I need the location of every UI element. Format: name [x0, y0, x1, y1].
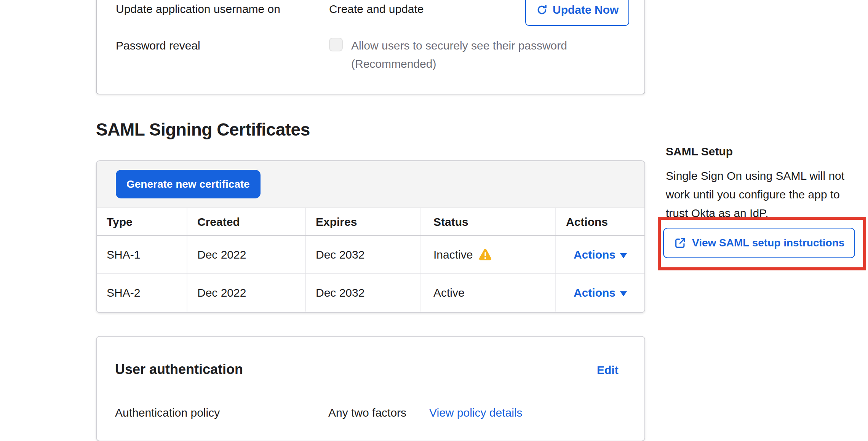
username-update-label: Update application username on — [116, 1, 280, 18]
update-now-button[interactable]: Update Now — [525, 0, 629, 26]
cert-expires-cell: Dec 2032 — [305, 274, 421, 312]
refresh-icon — [536, 4, 548, 16]
saml-setup-heading: SAML Setup — [666, 143, 733, 160]
cert-actions-cell: Actions — [556, 236, 644, 274]
column-header-expires: Expires — [305, 208, 421, 236]
authentication-policy-label: Authentication policy — [115, 404, 220, 421]
view-saml-setup-instructions-button[interactable]: View SAML setup instructions — [663, 228, 855, 258]
actions-label: Actions — [574, 248, 615, 261]
actions-label: Actions — [574, 286, 615, 299]
cert-expires-cell: Dec 2032 — [305, 236, 421, 274]
caret-down-icon — [620, 291, 627, 296]
provisioning-settings-card: Update application username on Create an… — [96, 0, 645, 94]
saml-setup-description: Single Sign On using SAML will not work … — [666, 166, 865, 222]
column-header-created: Created — [187, 208, 305, 236]
password-reveal-label: Password reveal — [116, 37, 200, 54]
column-header-status: Status — [421, 208, 556, 236]
update-now-label: Update Now — [553, 3, 619, 16]
generate-certificate-button[interactable]: Generate new certificate — [116, 170, 261, 198]
cert-created-cell: Dec 2022 — [187, 274, 305, 312]
username-update-value: Create and update — [329, 1, 424, 18]
column-header-actions: Actions — [556, 208, 644, 236]
caret-down-icon — [620, 253, 627, 258]
password-reveal-checkbox-label: Allow users to securely see their passwo… — [351, 37, 603, 73]
user-authentication-card — [96, 336, 645, 441]
status-text: Inactive — [433, 248, 473, 261]
view-saml-setup-instructions-label: View SAML setup instructions — [692, 237, 844, 249]
certificates-toolbar: Generate new certificate — [97, 161, 644, 208]
cert-type-cell: SHA-1 — [97, 236, 187, 274]
table-row: SHA-2 Dec 2022 Dec 2032 Active Actions — [97, 274, 644, 312]
table-row: SHA-1 Dec 2022 Dec 2032 Inactive — [97, 236, 644, 274]
cert-status-cell: Inactive — [421, 236, 556, 274]
column-header-type: Type — [97, 208, 187, 236]
cert-created-cell: Dec 2022 — [187, 236, 305, 274]
edit-link[interactable]: Edit — [597, 362, 619, 379]
certificates-table: Type Created Expires Status Actions SHA-… — [97, 208, 644, 312]
external-link-icon — [674, 236, 687, 249]
table-header-row: Type Created Expires Status Actions — [97, 208, 644, 236]
saml-certificates-card: Generate new certificate Type Created Ex… — [96, 160, 645, 313]
status-text: Active — [433, 286, 465, 299]
password-reveal-checkbox[interactable] — [329, 38, 343, 51]
cert-status-cell: Active — [421, 274, 556, 312]
user-authentication-heading: User authentication — [115, 360, 243, 379]
page-title: SAML Signing Certificates — [96, 119, 310, 140]
warning-icon — [478, 248, 492, 261]
actions-dropdown[interactable]: Actions — [574, 248, 627, 261]
page: Update application username on Create an… — [0, 0, 868, 441]
cert-actions-cell: Actions — [556, 274, 644, 312]
view-policy-details-link[interactable]: View policy details — [429, 404, 523, 421]
authentication-policy-value: Any two factors — [328, 404, 406, 421]
cert-type-cell: SHA-2 — [97, 274, 187, 312]
actions-dropdown[interactable]: Actions — [574, 286, 627, 299]
